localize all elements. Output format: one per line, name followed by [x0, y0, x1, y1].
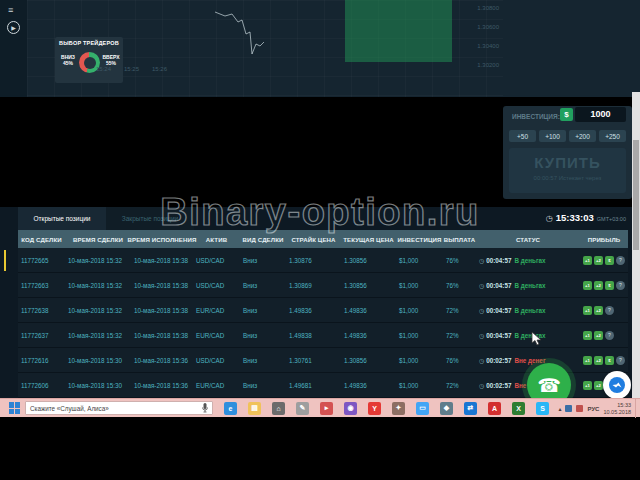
status-countdown: 00:02:57	[486, 357, 511, 364]
tab-open-positions[interactable]: Открытые позиции	[18, 207, 106, 230]
trade-action-button[interactable]: +2	[594, 256, 603, 265]
cell-time: 10-мая-2018 15:32	[65, 248, 131, 272]
clock-icon: ◷	[479, 257, 484, 264]
increment-button-50[interactable]: +50	[509, 130, 536, 142]
cell-asset: USD/CAD	[193, 348, 240, 372]
cell-exec: 10-мая-2018 15:36	[131, 373, 193, 397]
help-icon[interactable]: ?	[616, 356, 625, 365]
trade-action-button[interactable]: +1	[583, 356, 592, 365]
trade-action-button[interactable]: +1	[583, 256, 592, 265]
clock-icon: ◷	[479, 357, 484, 364]
chat-button[interactable]	[603, 371, 631, 399]
cell-status: ◷00:04:57В деньгах	[476, 298, 580, 322]
tor-icon[interactable]: ◉	[344, 402, 357, 415]
trade-action-button[interactable]: +1	[583, 281, 592, 290]
cell-asset: USD/CAD	[193, 273, 240, 297]
cell-id: 11772638	[18, 298, 65, 322]
tray-clock[interactable]: 15:3310.05.2018	[603, 402, 631, 415]
trade-action-button[interactable]: +1	[583, 331, 592, 340]
trade-action-button[interactable]: $	[605, 281, 614, 290]
help-icon[interactable]: ?	[616, 256, 625, 265]
traders-choice-title: ВЫБОР ТРЕЙДЕРОВ	[55, 40, 123, 46]
price-chart[interactable]: ВЫБОР ТРЕЙДЕРОВ ВНИЗ45% ВВЕРХ55% 1.30800…	[27, 0, 503, 97]
cell-investment: $1,000	[396, 348, 443, 372]
teamviewer-icon[interactable]: ⇄	[464, 402, 477, 415]
trade-action-button[interactable]: +1	[583, 381, 592, 390]
trade-panel: ИНВЕСТИЦИЯ: $ 1000 +50+100+200+250 КУПИТ…	[503, 106, 632, 199]
ie-icon[interactable]: e	[224, 402, 237, 415]
help-icon[interactable]: ?	[605, 331, 614, 340]
cell-payout: 76%	[443, 273, 476, 297]
trade-action-button[interactable]: $	[605, 256, 614, 265]
trade-action-button[interactable]: +2	[594, 281, 603, 290]
media-icon[interactable]: ▸	[320, 402, 333, 415]
trade-action-button[interactable]: +2	[594, 331, 603, 340]
cell-exec: 10-мая-2018 15:38	[131, 248, 193, 272]
status-countdown: 00:04:57	[486, 257, 511, 264]
status-badge: В деньгах	[514, 307, 545, 314]
taskbar-apps: e▤⌂✎▸◉Y✦▭◆⇄AXS	[213, 402, 549, 415]
show-desktop-button[interactable]	[635, 399, 638, 418]
display-icon[interactable]: ▭	[416, 402, 429, 415]
adobe-icon[interactable]: A	[488, 402, 501, 415]
traders-choice-down: ВНИЗ45%	[58, 54, 78, 66]
investment-input[interactable]: 1000	[575, 107, 626, 122]
trade-action-button[interactable]: +2	[594, 356, 603, 365]
x-axis-label: 15:24	[96, 66, 111, 72]
tray-expand-icon[interactable]: ▴	[558, 405, 561, 412]
increment-button-250[interactable]: +250	[599, 130, 626, 142]
cell-exec: 10-мая-2018 15:38	[131, 323, 193, 347]
cell-exec: 10-мая-2018 15:38	[131, 273, 193, 297]
cell-actions: +1+2$?	[580, 248, 628, 272]
pen-icon[interactable]: ✎	[296, 402, 309, 415]
clock-icon: ◷	[546, 214, 553, 223]
row-highlight-marker	[4, 250, 6, 271]
cell-status: ◷00:04:57В деньгах	[476, 248, 580, 272]
cell-investment: $1,000	[396, 373, 443, 397]
cell-investment: $1,000	[396, 273, 443, 297]
cell-type: Вниз	[240, 273, 286, 297]
chart-sidebar: ≡ ▶	[0, 0, 27, 97]
status-badge: В деньгах	[514, 282, 545, 289]
skype-icon[interactable]: S	[536, 402, 549, 415]
tray-volume-icon[interactable]	[576, 405, 583, 412]
home-icon[interactable]: ⌂	[272, 402, 285, 415]
cell-time: 10-мая-2018 15:30	[65, 373, 131, 397]
table-row[interactable]: 1177266310-мая-2018 15:3210-мая-2018 15:…	[18, 273, 628, 298]
cell-exec: 10-мая-2018 15:38	[131, 298, 193, 322]
start-button[interactable]	[9, 402, 21, 414]
paint-icon[interactable]: ✦	[392, 402, 405, 415]
scrollbar[interactable]	[632, 92, 640, 398]
cell-actions: +1+2$?	[580, 348, 628, 372]
play-button-icon[interactable]: ▶	[7, 21, 20, 34]
cell-type: Вниз	[240, 348, 286, 372]
yandex-browser-icon[interactable]: Y	[368, 402, 381, 415]
excel-icon[interactable]: X	[512, 402, 525, 415]
help-icon[interactable]: ?	[605, 306, 614, 315]
cell-strike: 1.49681	[286, 373, 341, 397]
status-badge: Вне денег	[514, 357, 545, 364]
cell-asset: USD/CAD	[193, 248, 240, 272]
increment-button-100[interactable]: +100	[539, 130, 566, 142]
table-row[interactable]: 1177263810-мая-2018 15:3210-мая-2018 15:…	[18, 298, 628, 323]
scrollbar-thumb[interactable]	[633, 140, 639, 250]
alice-search-box[interactable]: Скажите «Слушай, Алиса»	[25, 401, 213, 415]
defender-icon[interactable]: ◆	[440, 402, 453, 415]
cell-payout: 72%	[443, 298, 476, 322]
language-indicator[interactable]: РУС	[587, 406, 599, 412]
investment-label: ИНВЕСТИЦИЯ:	[512, 113, 560, 120]
help-icon[interactable]: ?	[616, 281, 625, 290]
chart-list-icon[interactable]: ≡	[8, 5, 27, 15]
increment-button-200[interactable]: +200	[569, 130, 596, 142]
table-row[interactable]: 1177266510-мая-2018 15:3210-мая-2018 15:…	[18, 248, 628, 273]
trade-action-button[interactable]: +1	[583, 306, 592, 315]
file-explorer-icon[interactable]: ▤	[248, 402, 261, 415]
mouse-cursor	[531, 331, 543, 347]
buy-button[interactable]: КУПИТЬ 00:00:57 Истекает через	[509, 148, 626, 193]
trade-action-button[interactable]: +2	[594, 381, 603, 390]
cell-investment: $1,000	[396, 298, 443, 322]
tray-network-icon[interactable]	[565, 405, 572, 412]
cell-id: 11772616	[18, 348, 65, 372]
trade-action-button[interactable]: $	[605, 356, 614, 365]
trade-action-button[interactable]: +2	[594, 306, 603, 315]
